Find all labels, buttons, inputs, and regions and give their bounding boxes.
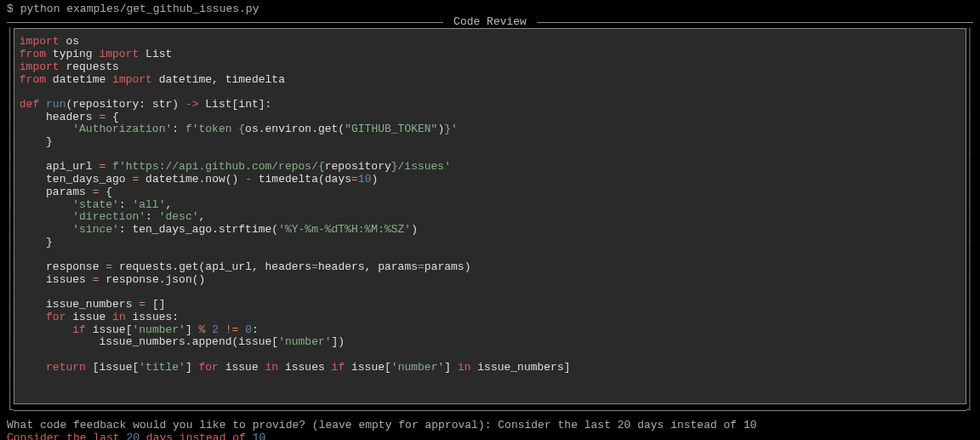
kw-import: import (20, 35, 60, 48)
feedback-prompt-line: What code feedback would you like to pro… (7, 420, 973, 432)
panel-header: Code Review (7, 16, 973, 29)
left-border: │ │ │ │ │ │ │ │ │ │ │ │ │ │ │ │ │ │ │ │ … (7, 28, 14, 403)
panel-footer: └┘ (7, 404, 973, 417)
code-view[interactable]: import os from typing import List import… (14, 28, 966, 403)
panel-title: Code Review (443, 16, 536, 29)
feedback-echo-line: Consider the last 20 days instead of 10 (7, 432, 973, 440)
right-border: │ │ │ │ │ │ │ │ │ │ │ │ │ │ │ │ │ │ │ │ … (966, 28, 973, 403)
shell-prompt: $ python examples/get_github_issues.py (7, 3, 973, 16)
